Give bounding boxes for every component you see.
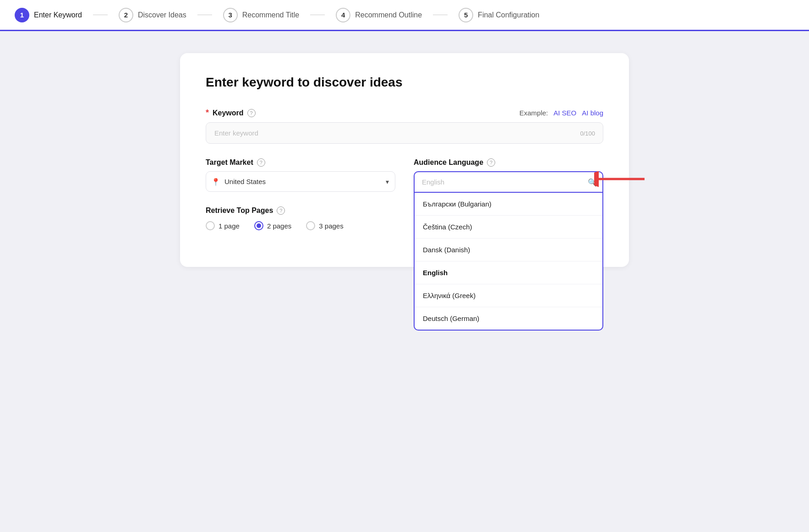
example-ai-blog-link[interactable]: AI blog <box>582 109 603 117</box>
main-content: Enter keyword to discover ideas * Keywor… <box>0 31 809 289</box>
retrieve-label: Retrieve Top Pages <box>206 206 273 215</box>
card-title: Enter keyword to discover ideas <box>206 75 603 90</box>
example-group: Example: AI SEO AI blog <box>519 109 603 117</box>
stepper-nav: 1 Enter Keyword 2 Discover Ideas 3 Recom… <box>0 0 809 31</box>
target-market-help-icon[interactable]: ? <box>257 158 265 167</box>
market-select[interactable]: United States United Kingdom Canada Aust… <box>206 171 395 192</box>
radio-1-page[interactable]: 1 page <box>206 221 240 230</box>
keyword-help-icon[interactable]: ? <box>247 109 256 117</box>
example-label: Example: <box>519 109 548 117</box>
language-search-input[interactable] <box>414 171 603 193</box>
radio-2-pages[interactable]: 2 pages <box>254 221 291 230</box>
language-dropdown: Български (Bulgarian) Čeština (Czech) Da… <box>414 193 603 331</box>
step-3[interactable]: 3 Recommend Title <box>212 0 311 30</box>
lang-option-danish[interactable]: Dansk (Danish) <box>415 239 602 261</box>
target-market-col: Target Market ? 📍 United States United K… <box>206 158 395 230</box>
audience-language-help-icon[interactable]: ? <box>487 158 495 167</box>
language-input-wrapper: 🔍 Български (Bulgarian) Čeština (Czech) … <box>414 171 603 193</box>
step-divider-4 <box>433 15 448 15</box>
step-4-label: Recommend Outline <box>355 11 422 19</box>
keyword-label-group: * Keyword ? <box>206 108 256 118</box>
retrieve-help-icon[interactable]: ? <box>277 206 285 215</box>
step-3-number: 3 <box>223 8 238 22</box>
audience-language-col: Audience Language ? 🔍 Български (Bulgari… <box>414 158 603 193</box>
step-4[interactable]: 4 Recommend Outline <box>325 0 433 30</box>
step-4-number: 4 <box>336 8 350 22</box>
keyword-label: Keyword <box>213 109 244 117</box>
keyword-card: Enter keyword to discover ideas * Keywor… <box>180 53 629 267</box>
lang-option-german[interactable]: Deutsch (German) <box>415 307 602 330</box>
step-5-number: 5 <box>459 8 473 22</box>
radio-2-inner <box>257 223 261 228</box>
step-1-number: 1 <box>15 8 29 22</box>
red-arrow-indicator <box>594 168 649 192</box>
radio-1-circle <box>206 221 215 230</box>
target-market-label-group: Target Market ? <box>206 158 395 167</box>
retrieve-label-group: Retrieve Top Pages ? <box>206 206 395 215</box>
radio-2-circle <box>254 221 263 230</box>
step-2[interactable]: 2 Discover Ideas <box>108 0 197 30</box>
step-2-label: Discover Ideas <box>138 11 186 19</box>
target-market-label: Target Market <box>206 158 253 167</box>
lang-option-czech[interactable]: Čeština (Czech) <box>415 216 602 239</box>
market-language-row: Target Market ? 📍 United States United K… <box>206 158 603 230</box>
radio-2-label: 2 pages <box>267 222 291 230</box>
step-3-label: Recommend Title <box>242 11 300 19</box>
radio-3-pages[interactable]: 3 pages <box>306 221 343 230</box>
keyword-input-wrapper: 0/100 <box>206 122 603 144</box>
required-star: * <box>206 108 209 118</box>
audience-language-label: Audience Language <box>414 158 483 167</box>
example-ai-seo-link[interactable]: AI SEO <box>553 109 576 117</box>
keyword-counter: 0/100 <box>580 130 595 136</box>
lang-option-english[interactable]: English <box>415 261 602 284</box>
keyword-input[interactable] <box>206 122 603 144</box>
step-2-number: 2 <box>119 8 133 22</box>
step-divider-3 <box>310 15 325 15</box>
step-5[interactable]: 5 Final Configuration <box>448 0 550 30</box>
pin-icon: 📍 <box>211 177 220 186</box>
radio-3-label: 3 pages <box>319 222 343 230</box>
step-divider-2 <box>197 15 212 15</box>
step-1[interactable]: 1 Enter Keyword <box>15 0 93 30</box>
radio-group: 1 page 2 pages 3 pages <box>206 221 395 230</box>
keyword-field-header: * Keyword ? Example: AI SEO AI blog <box>206 108 603 118</box>
step-5-label: Final Configuration <box>478 11 539 19</box>
audience-language-label-group: Audience Language ? <box>414 158 603 167</box>
radio-3-circle <box>306 221 315 230</box>
lang-option-greek[interactable]: Ελληνικά (Greek) <box>415 284 602 307</box>
step-1-label: Enter Keyword <box>34 11 82 19</box>
market-select-wrapper: 📍 United States United Kingdom Canada Au… <box>206 171 395 192</box>
step-divider-1 <box>93 15 108 15</box>
retrieve-pages-section: Retrieve Top Pages ? 1 page 2 pages <box>206 206 395 230</box>
lang-option-bulgarian[interactable]: Български (Bulgarian) <box>415 193 602 216</box>
radio-1-label: 1 page <box>219 222 240 230</box>
